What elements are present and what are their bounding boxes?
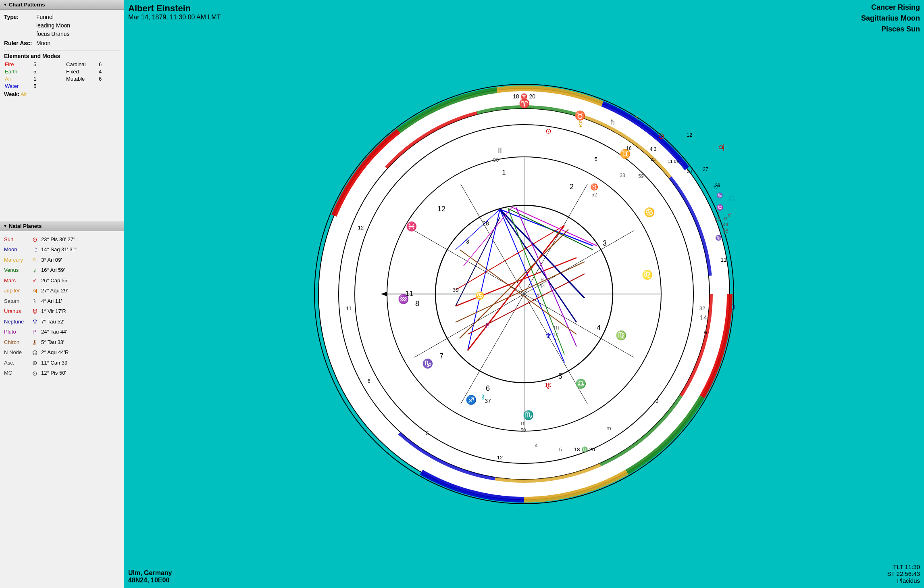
location: Ulm, Germany	[128, 569, 172, 577]
house-system: Placidus	[887, 577, 920, 584]
bottom-right-info: TLT 11:30 ST 22:56:43 Placidus	[887, 563, 920, 584]
svg-text:m: m	[606, 425, 611, 432]
svg-text:11: 11	[721, 257, 726, 263]
planet-position: 12° Pis 50'	[41, 369, 120, 377]
svg-text:♒: ♒	[716, 204, 724, 211]
planet-name: Moon	[4, 245, 32, 254]
natal-planets-header: ▼ Natal Planets	[0, 221, 124, 231]
tlt-info: TLT 11:30	[887, 563, 920, 570]
svg-text:♇: ♇	[485, 322, 491, 330]
planet-name: Asc.	[4, 359, 32, 367]
svg-text:29: 29	[715, 183, 720, 188]
person-name: Albert Einstein	[128, 3, 221, 14]
type-val-line2: leading Moon	[36, 22, 70, 29]
bottom-left-info: Ulm, Germany 48N24, 10E00	[128, 569, 172, 584]
planet-name: Jupiter	[4, 286, 32, 295]
svg-text:♉: ♉	[590, 183, 598, 191]
svg-text:♆: ♆	[545, 332, 551, 340]
fire-count: 5	[33, 61, 65, 68]
svg-text:♌: ♌	[642, 269, 653, 280]
planet-symbol: ☽	[32, 245, 41, 255]
planets-container: Sun ⊙ 23° Pis 30' 27" Moon ☽ 14° Sag 31'…	[4, 234, 120, 378]
svg-text:⊙: ⊙	[545, 127, 551, 135]
svg-text:18 ♎ 20: 18 ♎ 20	[574, 446, 595, 453]
earth-label: Earth	[4, 68, 32, 75]
planet-position: 7° Tau 52'	[41, 317, 120, 326]
svg-text:06: 06	[493, 157, 499, 163]
sun-sign: Pisces Sun	[861, 24, 920, 35]
planet-row: Saturn ♄ 4° Ari 11'	[4, 296, 120, 307]
planet-row: Mars ♂ 26° Cap 55'	[4, 275, 120, 286]
planet-symbol: ♃	[32, 286, 41, 296]
svg-text:♓: ♓	[406, 221, 417, 232]
planet-row: Pluto ♇ 24° Tau 44'	[4, 327, 120, 338]
svg-text:♏: ♏	[523, 410, 534, 421]
svg-text:6: 6	[367, 378, 370, 384]
planet-name: MC	[4, 369, 32, 377]
natal-planets-title: Natal Planets	[9, 223, 42, 229]
chart-patterns-title: Chart Patterns	[9, 2, 45, 8]
planet-symbol: ♀	[32, 265, 41, 276]
svg-text:3: 3	[656, 398, 658, 404]
planet-position: 26° Cap 55'	[41, 276, 120, 285]
svg-text:8: 8	[415, 300, 419, 308]
air-label: Air	[4, 75, 32, 82]
mutable-count: 6	[98, 75, 114, 82]
weak-value: Air	[21, 91, 27, 97]
svg-text:5: 5	[594, 156, 597, 162]
chart-area: Albert Einstein Mar 14, 1879, 11:30:00 A…	[124, 0, 924, 588]
svg-text:♅: ♅	[545, 382, 552, 390]
svg-text:11: 11	[405, 290, 413, 298]
type-val-line3: focus Uranus	[36, 31, 69, 37]
planet-row: Jupiter ♃ 27° Aqu 29'	[4, 286, 120, 296]
svg-text:1: 1	[502, 169, 506, 177]
svg-text:♃: ♃	[718, 143, 726, 153]
planet-symbol: ☊	[32, 348, 41, 358]
fixed-label: Fixed	[65, 68, 98, 75]
planet-symbol: ⊙	[32, 368, 41, 379]
chart-patterns-content: Type: Funnel leading Moon focus Uranus R…	[0, 10, 124, 100]
svg-text:4: 4	[535, 442, 537, 448]
coordinates: 48N24, 10E00	[128, 577, 172, 584]
svg-text:♋: ♋	[644, 207, 655, 218]
natal-planets-content: Sun ⊙ 23° Pis 30' 27" Moon ☽ 14° Sag 31'…	[0, 231, 124, 382]
planet-row: Chiron ⚷ 5° Tau 33'	[4, 337, 120, 348]
svg-text:☊: ☊	[728, 195, 735, 203]
chart-svg: ♈ ♉ ♊ ♋ ♌ ♍ ♎ ♏ ♐ ♑ ♒ ♓ 18 ♈ 20 12 17 11…	[302, 72, 746, 516]
top-right-info: Cancer Rising Sagittarius Moon Pisces Su…	[861, 2, 920, 35]
svg-text:27: 27	[703, 167, 708, 172]
planet-symbol: ⚷	[32, 337, 41, 348]
chart-patterns-header: ▼ Chart Patterns	[0, 0, 124, 10]
triangle-icon2: ▼	[3, 224, 7, 228]
planet-symbol: ⊙	[32, 234, 41, 245]
svg-text:26: 26	[715, 216, 720, 222]
svg-text:m: m	[554, 324, 559, 331]
fixed-count: 4	[98, 68, 114, 75]
planet-position: 3° Ari 09'	[41, 256, 120, 265]
svg-text:♑: ♑	[422, 358, 433, 369]
svg-text:♍: ♍	[616, 330, 627, 341]
svg-text:14: 14	[700, 315, 707, 321]
planet-name: Pluto	[4, 327, 32, 336]
svg-text:♑: ♑	[715, 234, 722, 241]
planet-position: 11° Can 39'	[41, 359, 120, 367]
svg-text:39: 39	[452, 287, 459, 293]
svg-text:44: 44	[723, 222, 728, 227]
planet-symbol: ♅	[32, 307, 41, 317]
planet-symbol: ⊕	[32, 358, 41, 368]
cardinal-label: Cardinal	[65, 61, 98, 68]
svg-text:37: 37	[485, 398, 491, 404]
weak-label: Weak:	[4, 91, 19, 97]
svg-text:R: R	[724, 216, 727, 221]
st-info: ST 22:56:43	[887, 570, 920, 577]
divider1	[4, 50, 120, 50]
planet-row: Moon ☽ 14° Sag 31' 31"	[4, 245, 120, 255]
svg-text:3: 3	[466, 238, 469, 245]
chart-title: Albert Einstein Mar 14, 1879, 11:30:00 A…	[128, 3, 221, 21]
weak-line: Weak: Air	[4, 91, 120, 97]
svg-text:R: R	[541, 277, 544, 282]
planet-row: Venus ♀ 16° Ari 59'	[4, 265, 120, 276]
svg-text:2: 2	[716, 211, 719, 217]
empty1	[65, 83, 98, 90]
svg-text:50: 50	[520, 427, 526, 433]
